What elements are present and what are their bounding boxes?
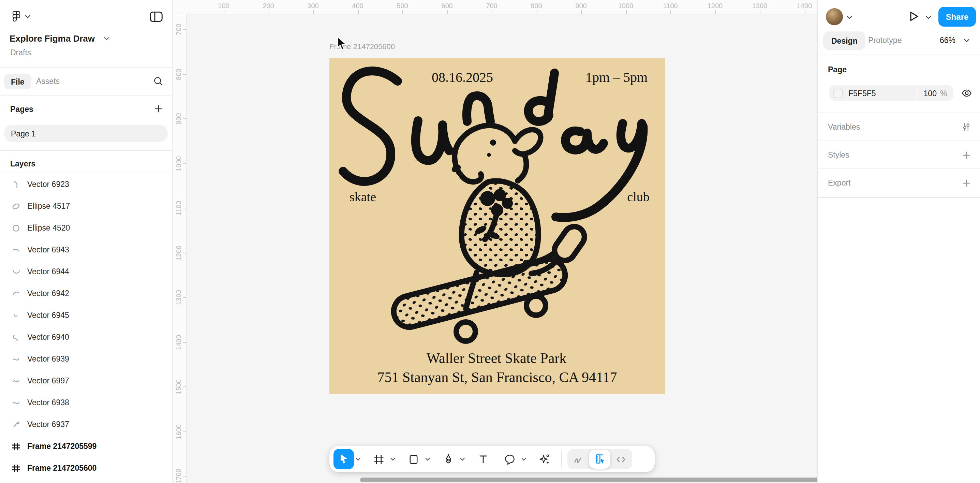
shape-tool-dropdown[interactable]: [423, 449, 432, 469]
menu-chevron-icon[interactable]: [25, 14, 31, 19]
opacity-value[interactable]: 100: [924, 89, 937, 97]
move-tool-dropdown[interactable]: [354, 449, 362, 469]
vector-cup-icon: [11, 267, 21, 276]
tab-prototype[interactable]: Prototype: [868, 36, 902, 45]
avatar-chevron-icon[interactable]: [846, 15, 853, 20]
layer-name: Ellipse 4517: [27, 202, 70, 210]
collapse-panel-button[interactable]: [150, 11, 163, 22]
layer-name: Vector 6944: [27, 268, 69, 276]
add-style-button[interactable]: [959, 147, 974, 163]
move-tool-button[interactable]: [334, 449, 354, 469]
zoom-chevron-icon[interactable]: [964, 38, 970, 43]
layer-row[interactable]: Vector 6942: [0, 282, 172, 304]
divider: [818, 140, 980, 141]
layer-name: Vector 6937: [27, 420, 69, 429]
add-export-button[interactable]: [959, 175, 974, 190]
layer-row[interactable]: Ellipse 4520: [0, 217, 172, 239]
panel-toggle-icon: [150, 11, 163, 22]
plus-icon: [962, 150, 971, 159]
ruler-tick: [313, 10, 314, 14]
divider: [0, 95, 172, 96]
ruler-tick: [536, 10, 537, 14]
tab-design[interactable]: Design: [823, 31, 866, 50]
design-mode-button[interactable]: [589, 450, 610, 469]
color-swatch[interactable]: [834, 88, 843, 98]
ruler-tick: [183, 118, 186, 119]
play-options-chevron-icon[interactable]: [926, 15, 932, 20]
horizontal-scrollbar[interactable]: [360, 478, 817, 482]
layer-row[interactable]: Frame 2147205600: [0, 457, 172, 479]
layer-row[interactable]: Vector 6945: [0, 304, 172, 326]
comment-tool-dropdown[interactable]: [520, 449, 528, 469]
layer-row[interactable]: Frame 2147205599: [0, 435, 172, 457]
circle-icon: [11, 223, 21, 232]
frame-tool-dropdown[interactable]: [389, 449, 397, 469]
visibility-toggle[interactable]: [959, 85, 974, 100]
eye-icon: [961, 87, 972, 99]
ruler-tick: [183, 476, 186, 477]
search-icon[interactable]: [153, 76, 164, 87]
poster-frame[interactable]: 08.16.2025 1pm – 5pm skate club Waller S…: [329, 58, 665, 394]
layer-row[interactable]: Vector 6997: [0, 370, 172, 392]
ruler-tick: [183, 29, 186, 30]
text-tool-button[interactable]: [473, 449, 493, 469]
main-menu-button[interactable]: [10, 10, 22, 22]
ruler-number: 900: [175, 113, 183, 124]
comment-tool-button[interactable]: [499, 449, 520, 469]
draw-mode-button[interactable]: [568, 449, 589, 469]
poster-illustration: [329, 58, 665, 394]
zoom-level[interactable]: 66%: [940, 36, 955, 45]
dev-mode-button[interactable]: [610, 449, 632, 469]
share-button[interactable]: Share: [939, 7, 976, 27]
layer-row[interactable]: Vector 6938: [0, 392, 172, 413]
ruler-number: 400: [352, 2, 363, 10]
pages-header: Pages: [10, 105, 33, 113]
vector-arc-icon: [11, 289, 21, 298]
page-item-selected[interactable]: Page 1: [4, 125, 168, 142]
layer-row[interactable]: Vector 6943: [0, 239, 172, 261]
page-section-title: Page: [828, 65, 847, 74]
frame-tool-button[interactable]: [368, 449, 389, 469]
page-color-row[interactable]: F5F5F5 100 %: [829, 85, 953, 101]
layer-row[interactable]: Vector 6923: [0, 173, 172, 195]
ruler-number: 1400: [175, 335, 183, 350]
layer-row[interactable]: Vector 6939: [0, 348, 172, 370]
divider: [0, 67, 172, 67]
adjustments-icon: [961, 121, 972, 132]
ruler-tick: [224, 10, 224, 14]
vector-squiggle-icon: [11, 333, 21, 341]
file-title[interactable]: Explore Figma Draw: [10, 33, 95, 44]
play-icon[interactable]: [908, 10, 920, 23]
add-page-button[interactable]: [154, 104, 163, 113]
frame-icon: [11, 442, 21, 451]
layer-row[interactable]: Ellipse 4517: [0, 195, 172, 217]
ruler-number: 1000: [618, 2, 633, 10]
styles-section-title: Styles: [828, 151, 850, 159]
ruler-number: 700: [175, 24, 183, 35]
open-variables-button[interactable]: [959, 120, 974, 134]
file-title-chevron-icon[interactable]: [103, 36, 110, 41]
ruler-number: 1300: [752, 2, 768, 10]
ruler-tick: [402, 10, 403, 14]
layer-name: Vector 6997: [27, 376, 69, 385]
layer-row[interactable]: Vector 6937: [0, 413, 172, 435]
right-sidebar: Share Design Prototype 66% Page F5F5F5 1…: [817, 0, 980, 483]
layer-row[interactable]: Vector 6944: [0, 261, 172, 282]
frame-icon: [11, 464, 21, 472]
pen-tool-button[interactable]: [438, 449, 458, 469]
shape-tool-button[interactable]: [403, 449, 423, 469]
actions-tool-button[interactable]: [534, 449, 554, 469]
color-hex-value[interactable]: F5F5F5: [848, 89, 916, 97]
layer-name: Ellipse 4520: [27, 224, 70, 232]
ruler-tick: [183, 74, 186, 74]
layer-row[interactable]: Vector 6940: [0, 326, 172, 348]
tab-assets[interactable]: Assets: [36, 77, 60, 85]
ruler-number: 500: [396, 2, 408, 10]
canvas[interactable]: 7008009001000110012001300140015001600170…: [173, 0, 817, 483]
opacity-field[interactable]: 100 %: [916, 85, 953, 101]
pen-tool-dropdown[interactable]: [458, 449, 466, 469]
layer-name: Vector 6945: [27, 311, 69, 319]
avatar[interactable]: [826, 8, 843, 25]
tab-file[interactable]: File: [4, 74, 31, 89]
ruler-number: 1100: [175, 201, 183, 215]
